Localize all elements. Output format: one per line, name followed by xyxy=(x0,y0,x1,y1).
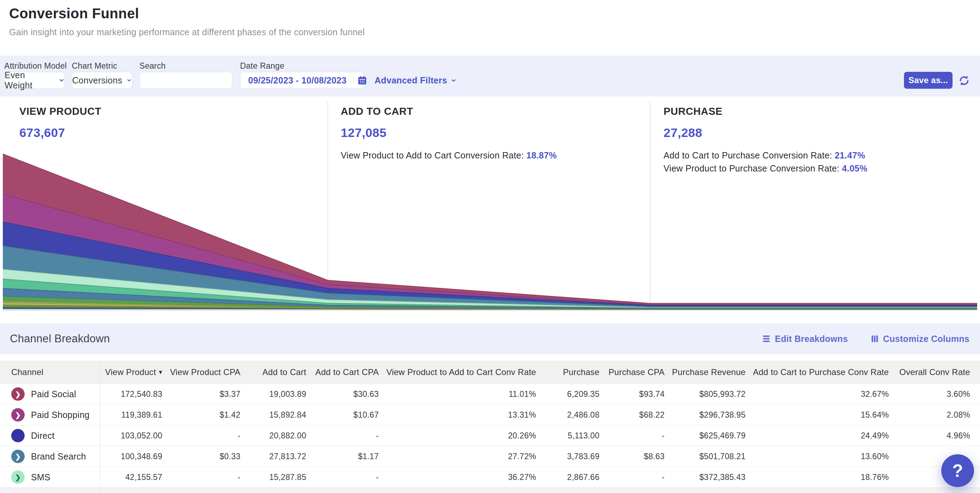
cell: - xyxy=(308,467,380,487)
header-label: Purchase xyxy=(563,367,600,377)
header-label: Add to Cart CPA xyxy=(315,367,379,377)
page-header: Conversion Funnel Gain insight into your… xyxy=(9,6,365,37)
edit-breakdowns-label: Edit Breakdowns xyxy=(775,334,848,344)
header-cell[interactable]: View Product to Add to Cart Conv Rate xyxy=(380,361,538,383)
chevron-down-icon xyxy=(126,77,132,83)
cell: 27.72% xyxy=(380,446,538,467)
stage-title: PURCHASE xyxy=(663,106,959,117)
table-row-partial xyxy=(0,488,980,493)
header-cell[interactable]: Channel xyxy=(0,361,100,383)
chevron-right-icon: ❯ xyxy=(15,474,21,481)
stage-value: 673,607 xyxy=(19,126,315,140)
customize-columns-button[interactable]: Customize Columns xyxy=(870,334,969,344)
search-input[interactable] xyxy=(145,75,255,85)
stage-conversion-rates: View Product to Add to Cart Conversion R… xyxy=(341,149,636,162)
search-box xyxy=(139,72,232,89)
funnel-section: VIEW PRODUCT 673,607 ADD TO CART 127,085… xyxy=(0,96,980,322)
conversion-funnel-page: Conversion Funnel Gain insight into your… xyxy=(0,0,980,493)
save-as-button[interactable]: Save as... xyxy=(904,72,953,89)
cell: $93.74 xyxy=(601,384,666,404)
advanced-filters-label: Advanced Filters xyxy=(375,75,447,86)
header-cell[interactable]: View Product▾ xyxy=(100,361,164,383)
cell: - xyxy=(308,425,380,446)
channel-label: SMS xyxy=(31,472,50,482)
channel-cell: Direct xyxy=(0,425,100,446)
channel-label: Direct xyxy=(31,431,54,441)
date-range-value[interactable]: 09/25/2023 - 10/08/2023 xyxy=(240,75,351,86)
cell: - xyxy=(601,425,666,446)
columns-icon xyxy=(870,335,879,343)
table-row[interactable]: ❯Paid Social172,540.83$3.3719,003.89$30.… xyxy=(0,384,980,405)
cell: $68.22 xyxy=(601,405,666,425)
expand-channel-icon[interactable]: ❯ xyxy=(11,408,25,421)
attribution-model-value: Even Weight xyxy=(5,70,54,91)
expand-channel-icon[interactable] xyxy=(11,429,25,442)
cell: 36.27% xyxy=(380,467,538,487)
table-row[interactable]: ❯Brand Search100,348.69$0.3327,813.72$1.… xyxy=(0,446,980,467)
cell: - xyxy=(164,425,242,446)
cell: $3.37 xyxy=(164,384,242,404)
cell: 119,389.61 xyxy=(100,405,164,425)
cell: $8.63 xyxy=(601,446,666,467)
cell: $1.42 xyxy=(164,405,242,425)
header-cell[interactable]: View Product CPA xyxy=(164,361,242,383)
advanced-filters-link[interactable]: Advanced Filters xyxy=(375,75,457,86)
calendar-button[interactable] xyxy=(357,75,368,86)
header-label: View Product to Add to Cart Conv Rate xyxy=(386,367,536,377)
page-title: Conversion Funnel xyxy=(9,6,365,21)
cell: 20.26% xyxy=(380,425,538,446)
table-row[interactable]: ❯SMS42,155.57-15,287.85-36.27%2,867.66-$… xyxy=(0,467,980,488)
cell: 13.60% xyxy=(747,446,890,467)
expand-channel-icon[interactable]: ❯ xyxy=(11,471,25,484)
attribution-model-select[interactable]: Even Weight xyxy=(4,72,65,89)
header-cell[interactable]: Overall Conv Rate xyxy=(890,361,980,383)
cell: 24.49% xyxy=(747,425,890,446)
cell: 15,892.84 xyxy=(242,405,308,425)
header-label: Add to Cart to Purchase Conv Rate xyxy=(753,367,889,377)
table-row[interactable]: Direct103,052.00-20,882.00-20.26%5,113.0… xyxy=(0,425,980,446)
expand-channel-icon[interactable]: ❯ xyxy=(11,450,25,463)
header-cell[interactable]: Add to Cart CPA xyxy=(308,361,380,383)
cell: 100,348.69 xyxy=(100,446,164,467)
edit-breakdowns-button[interactable]: Edit Breakdowns xyxy=(762,334,848,344)
page-subtitle: Gain insight into your marketing perform… xyxy=(9,27,365,37)
channel-cell: ❯Brand Search xyxy=(0,446,100,467)
cell: 18.76% xyxy=(747,467,890,487)
table-header-row: ChannelView Product▾View Product CPAAdd … xyxy=(0,361,980,384)
refresh-button[interactable] xyxy=(958,75,970,87)
channel-cell: ❯Paid Shopping xyxy=(0,405,100,425)
header-cell[interactable]: Purchase xyxy=(538,361,601,383)
channel-breakdown-bar: Channel Breakdown Edit Breakdowns Custom… xyxy=(0,323,980,354)
header-label: Channel xyxy=(11,367,44,377)
channel-cell: ❯Paid Social xyxy=(0,384,100,404)
channel-label: Brand Search xyxy=(31,452,86,462)
stage-value: 27,288 xyxy=(663,126,959,140)
cell: 15,287.85 xyxy=(242,467,308,487)
header-label: Overall Conv Rate xyxy=(899,367,970,377)
stage-purchase: PURCHASE 27,288 Add to Cart to Purchase … xyxy=(663,106,959,175)
chevron-right-icon: ❯ xyxy=(15,391,21,397)
header-cell[interactable]: Add to Cart xyxy=(242,361,308,383)
cell: $10.67 xyxy=(308,405,380,425)
header-label: Purchase CPA xyxy=(609,367,665,377)
conversion-rate-line: View Product to Purchase Conversion Rate… xyxy=(663,162,959,175)
chevron-right-icon: ❯ xyxy=(15,453,21,460)
cell: 20,882.00 xyxy=(242,425,308,446)
header-cell[interactable]: Purchase Revenue xyxy=(666,361,747,383)
cell: $372,385.43 xyxy=(666,467,747,487)
table-row[interactable]: ❯Paid Shopping119,389.61$1.4215,892.84$1… xyxy=(0,405,980,425)
cell: 3.60% xyxy=(890,384,980,404)
channel-breakdown-title: Channel Breakdown xyxy=(10,332,110,345)
cell: 2.08% xyxy=(890,405,980,425)
cell: 32.67% xyxy=(747,384,890,404)
chart-metric-select[interactable]: Conversions xyxy=(72,72,132,89)
cell: $805,993.72 xyxy=(666,384,747,404)
conversion-rate-line: View Product to Add to Cart Conversion R… xyxy=(341,149,636,162)
help-button[interactable]: ? xyxy=(941,454,974,487)
cell: 15.64% xyxy=(747,405,890,425)
header-cell[interactable]: Purchase CPA xyxy=(601,361,666,383)
channel-cell: ❯SMS xyxy=(0,467,100,487)
chevron-down-icon xyxy=(59,77,64,83)
header-cell[interactable]: Add to Cart to Purchase Conv Rate xyxy=(747,361,890,383)
expand-channel-icon[interactable]: ❯ xyxy=(11,388,25,401)
